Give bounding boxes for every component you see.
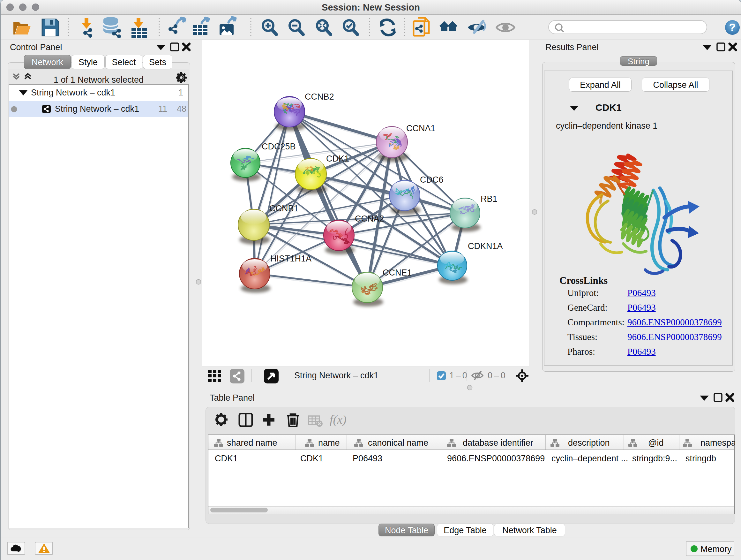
svg-text:CDC25B: CDC25B	[262, 142, 296, 151]
svg-text:canonical name: canonical name	[368, 438, 428, 448]
svg-text:name: name	[318, 438, 340, 448]
svg-text:CDC6: CDC6	[420, 175, 444, 185]
svg-text:CCNB1: CCNB1	[269, 204, 299, 213]
svg-text:description: description	[568, 438, 610, 448]
svg-text:f(x): f(x)	[330, 413, 347, 427]
svg-text:CDKN1A: CDKN1A	[468, 241, 503, 251]
svg-text:CDK1: CDK1	[326, 154, 349, 164]
svg-text:CCNA2: CCNA2	[355, 214, 384, 224]
svg-text:HIST1H1A: HIST1H1A	[270, 254, 312, 263]
svg-text:RB1: RB1	[481, 194, 497, 204]
svg-text:?: ?	[729, 21, 736, 33]
svg-text:database identifier: database identifier	[463, 438, 533, 448]
svg-text:shared name: shared name	[227, 438, 277, 448]
svg-text:CCNA1: CCNA1	[406, 124, 435, 133]
svg-text:@id: @id	[648, 438, 664, 448]
svg-text:CCNE1: CCNE1	[383, 268, 412, 277]
svg-text:CCNB2: CCNB2	[305, 92, 334, 102]
svg-text:namespac: namespac	[700, 438, 735, 448]
